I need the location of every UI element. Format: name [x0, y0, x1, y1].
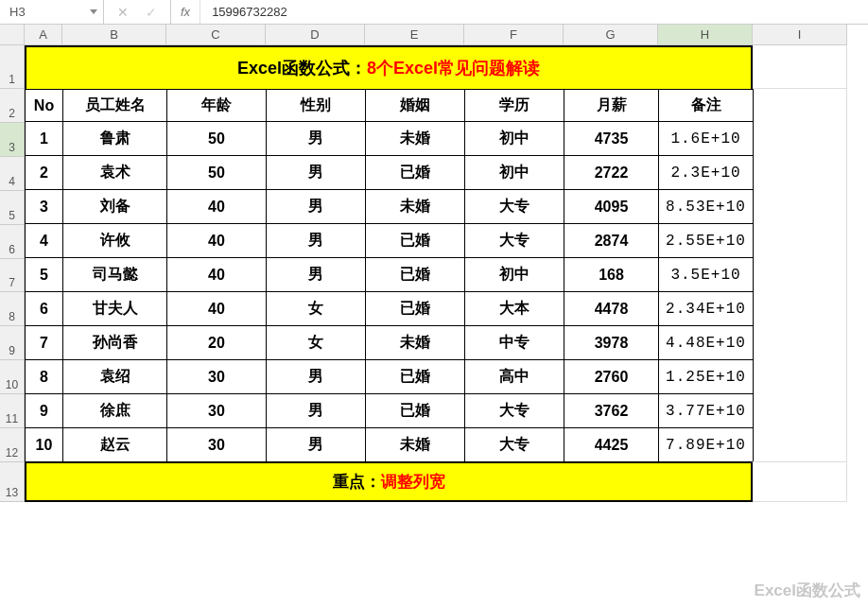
cell-age[interactable]: 50: [167, 156, 267, 190]
cell-rem[interactable]: 1.6E+10: [659, 122, 754, 156]
cell-age[interactable]: 30: [167, 428, 267, 462]
col-header-G[interactable]: G: [564, 25, 658, 45]
cell-mar[interactable]: 已婚: [366, 156, 465, 190]
cell-sal[interactable]: 2722: [564, 156, 659, 190]
cell-name[interactable]: 袁绍: [63, 360, 167, 394]
cell-edu[interactable]: 大专: [465, 190, 564, 224]
col-header-H[interactable]: H: [658, 25, 753, 45]
cell-age[interactable]: 40: [167, 292, 267, 326]
cell-name[interactable]: 徐庶: [63, 394, 167, 428]
header-salary[interactable]: 月薪: [564, 90, 659, 122]
cell-sal[interactable]: 2874: [564, 224, 659, 258]
cell-edu[interactable]: 大本: [465, 292, 564, 326]
cell-name[interactable]: 赵云: [63, 428, 167, 462]
col-header-C[interactable]: C: [166, 25, 266, 45]
fx-button[interactable]: fx: [171, 0, 200, 24]
cell-I13[interactable]: [753, 462, 847, 502]
row-header-9[interactable]: 9: [0, 326, 25, 360]
col-header-D[interactable]: D: [266, 25, 365, 45]
cell-sex[interactable]: 男: [267, 224, 366, 258]
cell-rem[interactable]: 8.53E+10: [659, 190, 754, 224]
row-header-5[interactable]: 5: [0, 191, 25, 225]
cell-I1[interactable]: [753, 45, 847, 89]
cell-mar[interactable]: 未婚: [366, 428, 465, 462]
cell-mar[interactable]: 未婚: [366, 326, 465, 360]
cell-sex[interactable]: 男: [267, 428, 366, 462]
col-header-I[interactable]: I: [753, 25, 847, 45]
cell-name[interactable]: 许攸: [63, 224, 167, 258]
cell-rem[interactable]: 2.34E+10: [659, 292, 754, 326]
cell-age[interactable]: 40: [167, 224, 267, 258]
row-header-11[interactable]: 11: [0, 394, 25, 428]
cell-sex[interactable]: 男: [267, 394, 366, 428]
cell-mar[interactable]: 已婚: [366, 360, 465, 394]
row-header-2[interactable]: 2: [0, 89, 25, 123]
cell-sex[interactable]: 男: [267, 190, 366, 224]
cell-edu[interactable]: 大专: [465, 394, 564, 428]
cell-name[interactable]: 袁术: [63, 156, 167, 190]
cell-no[interactable]: 5: [26, 258, 63, 292]
row-header-12[interactable]: 12: [0, 428, 25, 462]
cell-sex[interactable]: 男: [267, 156, 366, 190]
confirm-icon[interactable]: ✓: [146, 5, 157, 20]
cell-age[interactable]: 30: [167, 360, 267, 394]
cell-rem[interactable]: 1.25E+10: [659, 360, 754, 394]
cell-edu[interactable]: 中专: [465, 326, 564, 360]
cell-name[interactable]: 司马懿: [63, 258, 167, 292]
row-header-10[interactable]: 10: [0, 360, 25, 394]
cell-name[interactable]: 甘夫人: [63, 292, 167, 326]
cell-no[interactable]: 1: [26, 122, 63, 156]
name-box[interactable]: H3: [0, 0, 104, 24]
cell-rem[interactable]: 2.3E+10: [659, 156, 754, 190]
cell-sex[interactable]: 女: [267, 326, 366, 360]
cell-no[interactable]: 9: [26, 394, 63, 428]
row-header-4[interactable]: 4: [0, 157, 25, 191]
cell-age[interactable]: 40: [167, 258, 267, 292]
cell-mar[interactable]: 已婚: [366, 224, 465, 258]
cell-sex[interactable]: 女: [267, 292, 366, 326]
cell-rem[interactable]: 3.5E+10: [659, 258, 754, 292]
cell-rem[interactable]: 4.48E+10: [659, 326, 754, 360]
cell-sal[interactable]: 2760: [564, 360, 659, 394]
cell-edu[interactable]: 大专: [465, 428, 564, 462]
cell-edu[interactable]: 高中: [465, 360, 564, 394]
cell-no[interactable]: 10: [26, 428, 63, 462]
footer-banner[interactable]: 重点： 调整列宽: [25, 462, 753, 502]
cell-age[interactable]: 50: [167, 122, 267, 156]
cell-sex[interactable]: 男: [267, 258, 366, 292]
cell-sex[interactable]: 男: [267, 122, 366, 156]
col-header-F[interactable]: F: [464, 25, 564, 45]
cell-name[interactable]: 刘备: [63, 190, 167, 224]
cell-no[interactable]: 2: [26, 156, 63, 190]
col-header-A[interactable]: A: [25, 25, 62, 45]
row-header-8[interactable]: 8: [0, 292, 25, 326]
cell-mar[interactable]: 已婚: [366, 258, 465, 292]
row-header-13[interactable]: 13: [0, 462, 25, 502]
formula-input[interactable]: 15996732282: [200, 0, 868, 24]
cell-name[interactable]: 孙尚香: [63, 326, 167, 360]
cell-no[interactable]: 6: [26, 292, 63, 326]
cell-sal[interactable]: 4095: [564, 190, 659, 224]
cell-mar[interactable]: 已婚: [366, 292, 465, 326]
header-age[interactable]: 年龄: [167, 90, 267, 122]
col-header-B[interactable]: B: [62, 25, 166, 45]
row-header-1[interactable]: 1: [0, 45, 25, 89]
cancel-icon[interactable]: ✕: [117, 5, 129, 20]
cell-edu[interactable]: 大专: [465, 224, 564, 258]
select-all-corner[interactable]: [0, 25, 25, 45]
header-sex[interactable]: 性别: [267, 90, 366, 122]
cell-edu[interactable]: 初中: [465, 258, 564, 292]
cell-rem[interactable]: 2.55E+10: [659, 224, 754, 258]
cell-sal[interactable]: 4478: [564, 292, 659, 326]
header-remark[interactable]: 备注: [659, 90, 754, 122]
cell-mar[interactable]: 未婚: [366, 190, 465, 224]
cell-age[interactable]: 20: [167, 326, 267, 360]
header-name[interactable]: 员工姓名: [63, 90, 167, 122]
cell-I-range[interactable]: [753, 89, 847, 462]
cell-name[interactable]: 鲁肃: [63, 122, 167, 156]
cell-edu[interactable]: 初中: [465, 122, 564, 156]
cell-age[interactable]: 30: [167, 394, 267, 428]
cell-sal[interactable]: 4735: [564, 122, 659, 156]
cell-sal[interactable]: 3978: [564, 326, 659, 360]
cell-sal[interactable]: 3762: [564, 394, 659, 428]
